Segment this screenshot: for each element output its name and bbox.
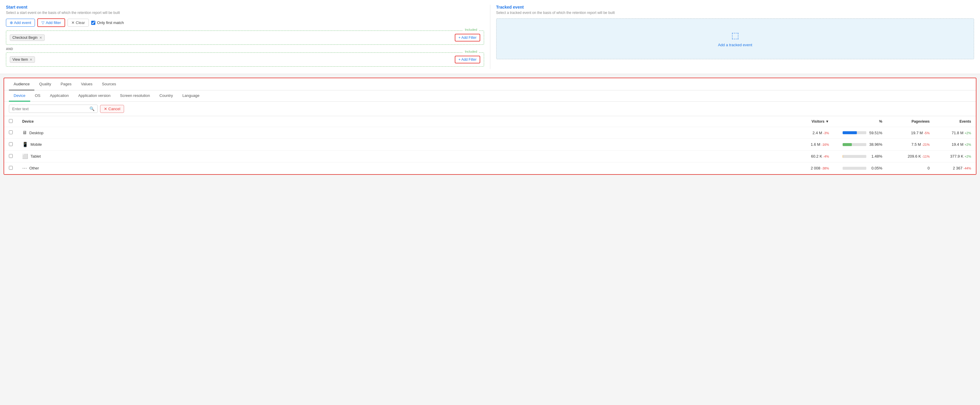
row-checkbox-cell (4, 150, 18, 163)
tab-values[interactable]: Values (76, 78, 97, 90)
device-name: Tablet (30, 154, 41, 158)
tab-pages[interactable]: Pages (56, 78, 76, 90)
pct-text: 59.51% (868, 131, 882, 135)
col-header-pageviews[interactable]: Pageviews (887, 116, 934, 127)
clear-button[interactable]: ✕ Clear (67, 19, 89, 27)
add-event-button[interactable]: ⊕ Add event (6, 19, 35, 27)
events-value: 2 367 (953, 166, 963, 171)
events-value: 377.9 K (950, 154, 963, 158)
col-header-events[interactable]: Events (934, 116, 976, 127)
device-name: Other (29, 166, 39, 171)
col-header-device[interactable]: Device (18, 116, 77, 127)
checkout-begin-label: Checkout Begin (13, 35, 38, 40)
checkout-begin-tag[interactable]: Checkout Begin ✕ (10, 34, 45, 41)
pct-cell: 0.05% (834, 163, 887, 174)
pageviews-value: 0 (928, 166, 930, 171)
events-value: 19.4 M (951, 142, 963, 147)
select-all-checkbox[interactable] (9, 119, 13, 123)
cancel-x-icon: ✕ (104, 107, 107, 111)
add-tracked-event-label[interactable]: Add a tracked event (718, 43, 752, 47)
subtab-os[interactable]: OS (30, 90, 45, 102)
pageviews-value: 7.5 M (911, 142, 921, 147)
pct-bar-fill (843, 155, 843, 158)
pct-bar-bg (843, 143, 866, 146)
add-filter-button[interactable]: ▽ Add filter (37, 18, 65, 27)
device-name: Desktop (29, 131, 43, 135)
pct-bar-bg (843, 155, 866, 158)
pageviews-cell: 19.7 M -5% (887, 127, 934, 139)
search-icon: 🔍 (89, 106, 94, 111)
cancel-button[interactable]: ✕ Cancel (100, 105, 124, 113)
pageviews-cell: 7.5 M -21% (887, 139, 934, 150)
pct-bar-fill (843, 143, 852, 146)
row-checkbox[interactable] (9, 130, 13, 134)
device-cell: ⋯ Other (18, 163, 77, 174)
device-cell: 📱 Mobile (18, 139, 77, 150)
checkout-begin-close-icon[interactable]: ✕ (40, 36, 42, 40)
row-checkbox[interactable] (9, 154, 13, 158)
col-header-visitors[interactable]: Visitors ▼ (786, 116, 834, 127)
visitors-value: 60.2 K (811, 154, 822, 158)
visitors-cell: 60.2 K -4% (786, 150, 834, 163)
row-checkbox-cell (4, 163, 18, 174)
tab-quality[interactable]: Quality (34, 78, 56, 90)
visitors-cell: 1.6 M -16% (786, 139, 834, 150)
tracked-event-icon: ⬚ (731, 30, 739, 40)
pageviews-cell: 209.6 K -11% (887, 150, 934, 163)
col-header-pct[interactable]: % (834, 116, 887, 127)
select-all-header (4, 116, 18, 127)
pct-text: 1.48% (868, 154, 882, 158)
search-bar: 🔍 ✕ Cancel (4, 102, 976, 116)
device-icon: 📱 (22, 142, 28, 147)
add-filter-group1-button[interactable]: + Add Filter (455, 34, 480, 41)
pct-bar-bg (843, 167, 866, 170)
add-tracked-event-box[interactable]: ⬚ Add a tracked event (496, 18, 974, 59)
filter-group-1: Included Checkout Begin ✕ + Add Filter (6, 30, 484, 45)
spacer-cell (77, 163, 786, 174)
pageviews-value: 209.6 K (908, 154, 921, 158)
pct-text: 38.96% (868, 142, 882, 147)
subtab-application-version[interactable]: Application version (73, 90, 115, 102)
only-first-match-checkbox[interactable] (91, 21, 95, 25)
events-cell: 377.9 K +2% (934, 150, 976, 163)
subtab-screen-resolution[interactable]: Screen resolution (115, 90, 154, 102)
tab-sources[interactable]: Sources (97, 78, 121, 90)
pct-bar-fill (843, 131, 857, 134)
filter-group-2-label: Included (463, 50, 479, 53)
close-icon: ✕ (72, 21, 75, 25)
row-checkbox[interactable] (9, 166, 13, 170)
subtab-application[interactable]: Application (45, 90, 74, 102)
table-row: ⬜ Tablet 60.2 K -4% 1.48% 209.6 K -11% 3… (4, 150, 976, 163)
device-icon: ⬜ (22, 153, 28, 159)
device-name: Mobile (30, 142, 42, 147)
events-cell: 2 367 -44% (934, 163, 976, 174)
view-item-tag[interactable]: View Item ✕ (10, 56, 35, 63)
subtab-device[interactable]: Device (9, 90, 30, 102)
device-cell: ⬜ Tablet (18, 150, 77, 163)
events-cell: 71.8 M +2% (934, 127, 976, 139)
spacer-cell (77, 127, 786, 139)
tracked-event-title: Tracked event (496, 5, 974, 10)
and-label: AND (6, 47, 484, 51)
row-checkbox-cell (4, 139, 18, 150)
sub-tabs: Device OS Application Application versio… (4, 90, 976, 102)
search-input[interactable] (12, 107, 88, 111)
pct-cell: 1.48% (834, 150, 887, 163)
pageviews-value: 19.7 M (911, 131, 923, 135)
tab-audience[interactable]: Audience (9, 78, 34, 90)
search-input-wrapper[interactable]: 🔍 (9, 105, 98, 113)
subtab-language[interactable]: Language (178, 90, 204, 102)
view-item-label: View Item (13, 57, 28, 62)
main-tabs: Audience Quality Pages Values Sources (4, 78, 976, 90)
events-cell: 19.4 M +2% (934, 139, 976, 150)
only-first-match-label[interactable]: Only first match (91, 21, 124, 25)
col-header-spacer (77, 116, 786, 127)
visitors-cell: 2.4 M -3% (786, 127, 834, 139)
filter-icon: ▽ (41, 21, 45, 25)
row-checkbox[interactable] (9, 142, 13, 146)
view-item-close-icon[interactable]: ✕ (30, 58, 32, 62)
add-filter-group2-button[interactable]: + Add Filter (455, 56, 480, 64)
subtab-country[interactable]: Country (154, 90, 178, 102)
pct-cell: 59.51% (834, 127, 887, 139)
visitors-value: 1.6 M (811, 142, 821, 147)
